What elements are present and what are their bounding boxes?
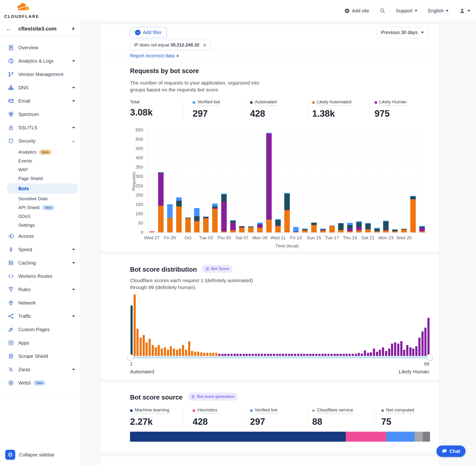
- histogram-bar: [427, 318, 430, 356]
- histogram-bar: [209, 353, 212, 356]
- chevron-right-icon[interactable]: [73, 27, 74, 31]
- stat-divider: [245, 98, 246, 121]
- sidebar-item-version-management[interactable]: Version Management: [0, 68, 81, 81]
- stat-label[interactable]: Not computed: [386, 407, 414, 414]
- gridline: [255, 130, 256, 232]
- sidebar-item-analytics[interactable]: AnalyticsBeta: [0, 148, 81, 157]
- sidebar-item-workers-routes[interactable]: Workers Routes: [0, 270, 81, 283]
- stat-label[interactable]: Automated: [255, 99, 277, 106]
- bar-segment-likely-automated: [365, 229, 371, 232]
- chevron-down-icon: [72, 262, 75, 264]
- next-card-sliver: [100, 456, 439, 465]
- gear-icon[interactable]: ⚙: [5, 450, 15, 460]
- sidebar-item-page-shield[interactable]: Page Shield: [0, 174, 81, 183]
- chat-button[interactable]: Chat: [436, 445, 465, 457]
- sidebar-item-zaraz[interactable]: Zaraz: [0, 363, 81, 376]
- histogram-bar: [318, 354, 320, 356]
- sidebar-item-access[interactable]: Access: [0, 230, 81, 243]
- histogram-bar: [370, 352, 372, 356]
- bar-segment-likely-automated: [167, 218, 173, 232]
- sidebar-item-custom-pages[interactable]: Custom Pages: [0, 323, 81, 336]
- stat-label[interactable]: Likely Automated: [317, 99, 351, 106]
- stat-divider: [184, 98, 184, 121]
- bot-score-generation-badge[interactable]: Bot score generation: [188, 393, 238, 401]
- bar-segment-verified-bot: [266, 133, 272, 134]
- sidebar-item-bots[interactable]: Bots: [7, 183, 78, 194]
- sidebar-item-overview[interactable]: Overview: [0, 41, 81, 54]
- language-menu[interactable]: English: [428, 8, 449, 14]
- add-site-button[interactable]: Add site: [344, 8, 369, 14]
- sidebar-item-scrape-shield[interactable]: Scrape Shield: [0, 349, 81, 363]
- sidebar-item-caching[interactable]: Caching: [0, 256, 81, 270]
- sidebar-item-spectrum[interactable]: Spectrum: [0, 108, 81, 121]
- sidebar-item-events[interactable]: Events: [0, 157, 81, 165]
- sidebar-item-label: Rules: [18, 287, 31, 292]
- histogram-bar: [218, 354, 221, 356]
- bar-segment-likely-human: [158, 173, 164, 206]
- slider-handle-max[interactable]: [427, 354, 433, 360]
- sidebar-item-email[interactable]: Email: [0, 94, 81, 108]
- bar-segment-likely-human: [257, 225, 263, 228]
- sidebar-item-dns[interactable]: DNS: [0, 81, 81, 94]
- report-incorrect-data-link[interactable]: Report incorrect data: [130, 53, 179, 59]
- bot-score-badge[interactable]: Bot Score: [202, 265, 233, 273]
- stat-label[interactable]: Likely Human: [379, 99, 407, 106]
- sidebar-item-label: Spectrum: [18, 112, 39, 117]
- sidebar-item-apps[interactable]: Apps: [0, 336, 81, 349]
- sidebar-item-label: Zaraz: [18, 367, 31, 372]
- stat-label[interactable]: Cloudflare service: [317, 407, 353, 414]
- collapse-sidebar-button[interactable]: ⚙ Collapse sidebar: [0, 450, 81, 460]
- bar-segment-automated: [374, 229, 380, 231]
- sidebar-item-label: Network: [18, 300, 36, 306]
- distribution-histogram: [130, 295, 430, 356]
- stat-label[interactable]: Verified bot: [255, 407, 277, 414]
- sidebar-item-speed[interactable]: Speed: [0, 243, 81, 256]
- filter-chip[interactable]: IP does not equal 35.212.240.32 ✕: [130, 40, 211, 50]
- user-icon: [459, 8, 465, 14]
- sidebar-item-analytics-logs[interactable]: Analytics & Logs: [0, 54, 81, 68]
- gridline: [273, 130, 274, 232]
- sidebar-item-sensitive-data[interactable]: Sensitive Data: [0, 194, 81, 203]
- source-title: Bot score sourceBot score generation: [130, 393, 238, 401]
- support-menu[interactable]: Support: [396, 8, 417, 14]
- sidebar-item-network[interactable]: Network: [0, 296, 81, 309]
- sidebar-item-web3[interactable]: Web3New: [0, 376, 81, 390]
- stat-label[interactable]: Verified bot: [197, 99, 220, 106]
- stat-label[interactable]: Heuristics: [197, 407, 217, 414]
- cloudflare-logo[interactable]: CLOUDFLARE: [4, 1, 40, 21]
- bar-segment-likely-human: [383, 230, 389, 231]
- stat-value: 1.38k: [312, 109, 351, 119]
- account-menu[interactable]: [459, 8, 470, 14]
- back-arrow-icon[interactable]: ←: [6, 25, 12, 32]
- bar-segment-likely-automated: [383, 231, 389, 232]
- bar-segment-automated: [248, 227, 254, 227]
- sidebar-item-waf[interactable]: WAF: [0, 165, 81, 174]
- sidebar-item-traffic[interactable]: Traffic: [0, 309, 81, 323]
- divider: [100, 63, 439, 63]
- sidebar-item-api-shield[interactable]: API ShieldNew: [0, 203, 81, 212]
- gridline: [148, 186, 426, 186]
- sidebar-item-ssl-tls[interactable]: SSL/TLS: [0, 121, 81, 134]
- histogram-bar: [294, 354, 296, 356]
- stat-divider: [369, 98, 370, 121]
- add-filter-button[interactable]: + Add filter: [130, 27, 167, 38]
- sidebar-item-security[interactable]: Security: [0, 134, 81, 148]
- sidebar-item-rules[interactable]: Rules: [0, 283, 81, 296]
- site-switcher[interactable]: ← cftestsite3.com: [0, 21, 81, 36]
- bar-segment-verified-bot: [230, 220, 236, 221]
- histogram-bar: [167, 350, 169, 356]
- gridline: [166, 130, 166, 232]
- divider: [0, 392, 81, 393]
- bar-segment-likely-automated: [239, 228, 244, 232]
- chevron-down-icon: [72, 60, 75, 62]
- sidebar-item-ddos[interactable]: DDoS: [0, 212, 81, 221]
- bar-segment-automated: [410, 196, 416, 199]
- search-button[interactable]: [380, 8, 385, 14]
- slider-handle-min[interactable]: [127, 354, 133, 360]
- sidebar-item-settings[interactable]: Settings: [0, 221, 81, 230]
- date-range-dropdown[interactable]: Previous 30 days: [377, 27, 428, 38]
- close-icon[interactable]: ✕: [203, 42, 206, 48]
- stat-label[interactable]: Machine learning: [135, 407, 169, 414]
- histogram-bar: [309, 354, 311, 356]
- score-range-slider[interactable]: [130, 356, 430, 358]
